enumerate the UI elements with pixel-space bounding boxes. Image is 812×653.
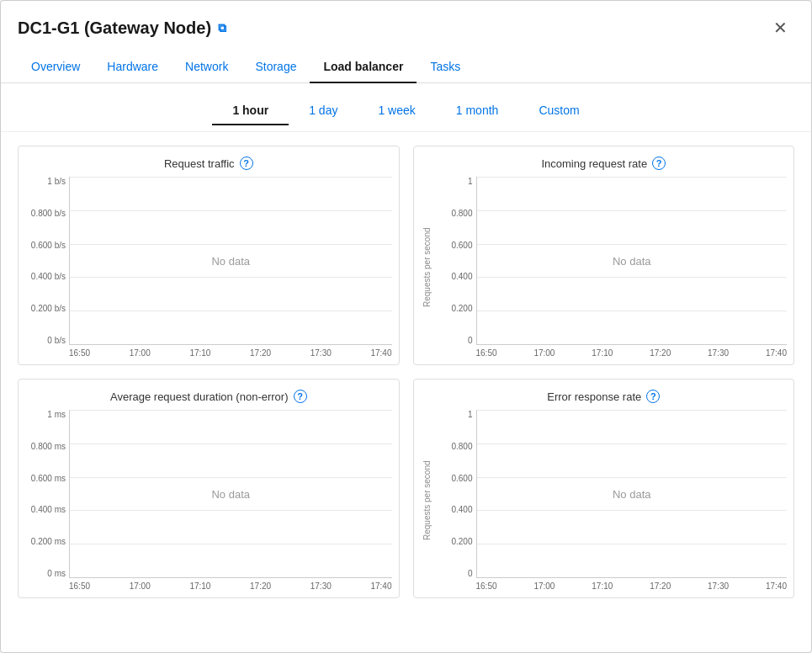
time-tab-1hour[interactable]: 1 hour bbox=[212, 97, 289, 125]
chart-grid-1: No data bbox=[69, 177, 392, 345]
x-label: 17:10 bbox=[189, 348, 210, 358]
no-data-3: No data bbox=[211, 487, 250, 500]
help-icon-4[interactable]: ? bbox=[646, 390, 660, 403]
chart-title-row-3: Average request duration (non-error) ? bbox=[25, 390, 392, 403]
modal-title: DC1-G1 (Gateway Node) ⧉ bbox=[18, 19, 226, 38]
modal-header: DC1-G1 (Gateway Node) ⧉ ✕ bbox=[1, 1, 811, 41]
y-axis-3: 1 ms 0.800 ms 0.600 ms 0.400 ms 0.200 ms… bbox=[25, 410, 69, 578]
y-axis-rotated-2: Requests per second bbox=[421, 177, 433, 358]
y-axis-label-2: Requests per second bbox=[422, 227, 431, 307]
y-axis-rotated-4: Requests per second bbox=[421, 410, 433, 591]
chart-title-1: Request traffic bbox=[164, 157, 235, 170]
x-label: 17:20 bbox=[250, 348, 271, 358]
x-label: 17:10 bbox=[592, 581, 613, 591]
x-label: 17:00 bbox=[130, 581, 151, 591]
chart-error-response-rate: Error response rate ? Requests per secon… bbox=[413, 379, 795, 598]
tab-tasks[interactable]: Tasks bbox=[417, 51, 474, 83]
y-label: 0 ms bbox=[47, 569, 66, 578]
y-label: 0.800 bbox=[451, 209, 472, 218]
y-axis-label-4: Requests per second bbox=[422, 460, 431, 540]
time-tab-1week[interactable]: 1 week bbox=[358, 97, 435, 125]
chart-with-yaxis-3: 1 ms 0.800 ms 0.600 ms 0.400 ms 0.200 ms… bbox=[25, 410, 392, 591]
chart-plot-2: No data 16:50 17:00 17:10 17:20 17:30 17… bbox=[476, 177, 788, 358]
x-label: 17:30 bbox=[708, 581, 729, 591]
y-label: 0.800 b/s bbox=[31, 209, 66, 218]
chart-title-2: Incoming request rate bbox=[541, 157, 647, 170]
y-label: 0.800 bbox=[451, 442, 472, 451]
close-button[interactable]: ✕ bbox=[767, 14, 794, 41]
x-label: 17:30 bbox=[708, 348, 729, 358]
x-label: 17:10 bbox=[592, 348, 613, 358]
help-icon-3[interactable]: ? bbox=[294, 390, 307, 403]
chart-incoming-request-rate: Incoming request rate ? Requests per sec… bbox=[413, 146, 795, 365]
chart-request-traffic: Request traffic ? 1 b/s 0.800 b/s 0.600 … bbox=[18, 146, 400, 365]
charts-grid: Request traffic ? 1 b/s 0.800 b/s 0.600 … bbox=[1, 132, 811, 615]
x-axis-4: 16:50 17:00 17:10 17:20 17:30 17:40 bbox=[476, 578, 788, 591]
y-label: 0.800 ms bbox=[31, 442, 66, 451]
y-label: 0 b/s bbox=[47, 336, 66, 345]
x-label: 17:00 bbox=[533, 348, 555, 358]
chart-title-3: Average request duration (non-error) bbox=[110, 390, 289, 403]
x-label: 17:00 bbox=[130, 348, 151, 358]
no-data-4: No data bbox=[613, 487, 651, 500]
tab-load-balancer[interactable]: Load balancer bbox=[310, 51, 417, 83]
x-label: 16:50 bbox=[476, 581, 497, 591]
y-axis-4: 1 0.800 0.600 0.400 0.200 0 bbox=[433, 410, 476, 578]
modal: DC1-G1 (Gateway Node) ⧉ ✕ Overview Hardw… bbox=[0, 0, 812, 653]
time-tab-custom[interactable]: Custom bbox=[518, 97, 599, 125]
external-link-icon[interactable]: ⧉ bbox=[218, 21, 226, 35]
y-label: 1 ms bbox=[47, 410, 66, 419]
chart-grid-3: No data bbox=[69, 410, 392, 578]
x-label: 17:40 bbox=[370, 348, 391, 358]
help-icon-1[interactable]: ? bbox=[240, 157, 253, 170]
y-label: 0.600 b/s bbox=[31, 241, 66, 250]
x-label: 16:50 bbox=[476, 348, 497, 358]
y-label: 0.200 bbox=[451, 304, 472, 313]
y-label: 0 bbox=[468, 569, 473, 578]
y-label: 0.400 bbox=[451, 505, 472, 514]
y-axis-1: 1 b/s 0.800 b/s 0.600 b/s 0.400 b/s 0.20… bbox=[25, 177, 69, 345]
x-label: 16:50 bbox=[69, 581, 90, 591]
help-icon-2[interactable]: ? bbox=[652, 157, 666, 170]
chart-grid-2: No data bbox=[476, 177, 788, 345]
time-tab-1month[interactable]: 1 month bbox=[436, 97, 519, 125]
chart-with-yaxis-2: Requests per second 1 0.800 0.600 0.400 … bbox=[421, 177, 788, 358]
y-label: 1 bbox=[468, 410, 473, 419]
chart-grid-4: No data bbox=[476, 410, 788, 578]
no-data-1: No data bbox=[211, 254, 250, 267]
x-label: 17:40 bbox=[766, 348, 787, 358]
x-label: 17:20 bbox=[250, 581, 271, 591]
no-data-2: No data bbox=[613, 254, 651, 267]
y-label: 0.600 bbox=[451, 241, 472, 250]
y-label: 0 bbox=[468, 336, 473, 345]
chart-avg-request-duration: Average request duration (non-error) ? 1… bbox=[18, 379, 400, 598]
y-label: 1 b/s bbox=[47, 177, 66, 186]
tab-network[interactable]: Network bbox=[172, 51, 241, 83]
x-label: 17:40 bbox=[766, 581, 787, 591]
title-text: DC1-G1 (Gateway Node) bbox=[18, 19, 211, 38]
chart-plot-1: No data 16:50 17:00 17:10 17:20 17:30 17… bbox=[69, 177, 392, 358]
tab-overview[interactable]: Overview bbox=[18, 51, 93, 83]
x-label: 17:30 bbox=[310, 581, 332, 591]
y-label: 0.200 ms bbox=[31, 537, 66, 546]
nav-tabs: Overview Hardware Network Storage Load b… bbox=[1, 51, 811, 83]
chart-with-yaxis-1: 1 b/s 0.800 b/s 0.600 b/s 0.400 b/s 0.20… bbox=[25, 177, 392, 358]
tab-hardware[interactable]: Hardware bbox=[93, 51, 172, 83]
x-axis-1: 16:50 17:00 17:10 17:20 17:30 17:40 bbox=[69, 345, 392, 358]
x-axis-3: 16:50 17:00 17:10 17:20 17:30 17:40 bbox=[69, 578, 392, 591]
x-label: 17:00 bbox=[533, 581, 555, 591]
time-tabs: 1 hour 1 day 1 week 1 month Custom bbox=[1, 83, 811, 132]
chart-title-4: Error response rate bbox=[547, 390, 641, 403]
y-label: 0.400 b/s bbox=[31, 272, 66, 281]
chart-title-row-4: Error response rate ? bbox=[421, 390, 788, 403]
x-label: 16:50 bbox=[69, 348, 90, 358]
chart-plot-4: No data 16:50 17:00 17:10 17:20 17:30 17… bbox=[476, 410, 788, 591]
x-axis-2: 16:50 17:00 17:10 17:20 17:30 17:40 bbox=[476, 345, 788, 358]
x-label: 17:10 bbox=[189, 581, 210, 591]
time-tab-1day[interactable]: 1 day bbox=[289, 97, 358, 125]
tab-storage[interactable]: Storage bbox=[241, 51, 310, 83]
y-label: 0.600 ms bbox=[31, 474, 66, 483]
y-label: 0.200 b/s bbox=[31, 304, 66, 313]
chart-title-row-2: Incoming request rate ? bbox=[421, 157, 788, 170]
y-label: 0.400 bbox=[451, 272, 472, 281]
